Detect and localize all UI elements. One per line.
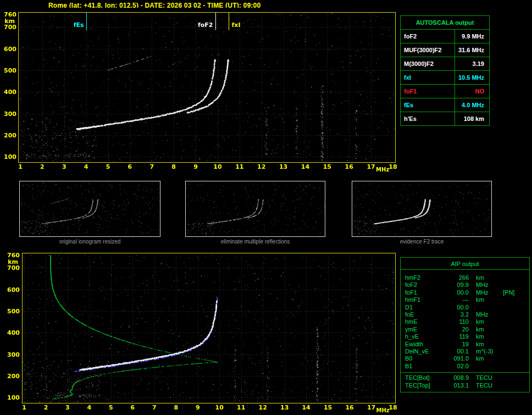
- param-unit: TECU: [469, 382, 501, 389]
- param-value: 10.5 MHz: [455, 71, 490, 85]
- table-row: hmF2 266 km: [401, 274, 529, 281]
- param-value: 110: [445, 318, 469, 325]
- param-value: 20: [445, 326, 469, 333]
- param-unit: m^(-3): [469, 348, 501, 355]
- param-value: 108 km: [455, 112, 490, 126]
- table-row: hmE 110 km: [401, 318, 529, 325]
- table-row: B1 02.0: [401, 363, 529, 370]
- divider: [401, 372, 529, 373]
- param-unit: km: [469, 318, 501, 325]
- table-row: foF2 9.9 MHz: [401, 30, 490, 43]
- table-row: Ewidth 19 km: [401, 341, 529, 348]
- thumbnail-original-ionogram: [19, 181, 160, 237]
- param-value: 4.0 MHz: [455, 98, 490, 112]
- param-extra: [501, 281, 529, 289]
- param-label: foF2: [405, 281, 445, 289]
- param-label: B1: [405, 363, 445, 370]
- table-header-row: AUTOSCALA output: [401, 16, 490, 30]
- param-value: 19: [445, 341, 469, 348]
- table-row-tec-top: TEC[Top] 013.1 TECU: [401, 382, 529, 389]
- param-label: hmE: [405, 318, 445, 325]
- param-extra: [501, 355, 529, 362]
- thumbnail-canvas-f2-trace: [352, 181, 491, 236]
- param-label: h_vE: [405, 333, 445, 340]
- param-extra: [501, 326, 529, 333]
- param-value: 3.2: [445, 311, 469, 318]
- autoscala-app-window: Rome (lat: +41.8, lon: 012.5) - DATE: 20…: [0, 0, 532, 415]
- param-value: 008.9: [445, 374, 469, 381]
- param-label: D1: [405, 304, 445, 311]
- param-value: ---: [445, 296, 469, 303]
- param-extra: [PN]: [501, 289, 529, 296]
- thumbnail-canvas-original: [20, 181, 160, 236]
- thumbnail-caption-f2-trace: evidence F2 trace: [352, 239, 492, 245]
- param-extra: [501, 274, 529, 281]
- param-extra: [501, 318, 529, 325]
- param-unit: [469, 304, 501, 311]
- param-label: fxI: [401, 71, 455, 85]
- table-row: fxI 10.5 MHz: [401, 71, 490, 85]
- param-unit: km: [469, 296, 501, 303]
- param-unit: km: [469, 333, 501, 340]
- param-unit: MHz: [469, 311, 501, 318]
- param-value: 09.9: [445, 281, 469, 289]
- aip-output-table: AIP output hmF2 266 km foF2 09.9 MHz foF…: [400, 257, 530, 392]
- param-value: 31.6 MHz: [455, 43, 490, 57]
- param-extra: [501, 341, 529, 348]
- param-label: foF1: [405, 289, 445, 296]
- param-label: fEs: [401, 98, 455, 112]
- param-unit: km: [469, 341, 501, 348]
- param-value: 091.0: [445, 355, 469, 362]
- table-row: fEs 4.0 MHz: [401, 98, 490, 112]
- table-row: foF1 NO: [401, 85, 490, 98]
- param-label: foE: [405, 311, 445, 318]
- table-row: M(3000)F2 3.19: [401, 57, 490, 71]
- table-row: foF1 00.0 MHz [PN]: [401, 289, 529, 296]
- param-extra: [501, 311, 529, 318]
- aip-table-title: AIP output: [401, 258, 529, 270]
- param-value: 3.19: [455, 57, 490, 71]
- param-label: DelN_vE: [405, 348, 445, 355]
- param-label: foF1: [401, 85, 455, 98]
- param-unit: TECU: [469, 374, 501, 381]
- autoscala-output-table: AUTOSCALA output foF2 9.9 MHz MUF(3000)F…: [400, 15, 490, 126]
- param-value: 00.0: [445, 304, 469, 311]
- param-value: 9.9 MHz: [455, 30, 490, 43]
- param-extra: [501, 348, 529, 355]
- ionogram-plot-bottom: [0, 248, 400, 415]
- param-unit: km: [469, 355, 501, 362]
- param-value: 00.1: [445, 348, 469, 355]
- autoscala-table-title: AUTOSCALA output: [401, 16, 490, 30]
- param-label: foF2: [401, 30, 455, 43]
- param-label: hmF2: [405, 274, 445, 281]
- table-row: MUF(3000)F2 31.6 MHz: [401, 43, 490, 57]
- param-value: NO: [455, 85, 490, 98]
- param-unit: km: [469, 326, 501, 333]
- param-label: B0: [405, 355, 445, 362]
- param-extra: [501, 304, 529, 311]
- param-label: MUF(3000)F2: [401, 43, 455, 57]
- param-label: Ewidth: [405, 341, 445, 348]
- thumbnail-multiple-reflections-removed: [185, 181, 325, 237]
- table-row: ymE 20 km: [401, 326, 529, 333]
- table-row: h_vE 119 km: [401, 333, 529, 340]
- param-unit: MHz: [469, 289, 501, 296]
- ionogram-plot-top: [0, 8, 400, 174]
- table-row: DelN_vE 00.1 m^(-3): [401, 348, 529, 355]
- param-label: hmF1: [405, 296, 445, 303]
- param-unit: [469, 363, 501, 370]
- table-row: h'Es 108 km: [401, 112, 490, 126]
- param-extra: [501, 333, 529, 340]
- param-value: 00.0: [445, 289, 469, 296]
- param-label: TEC[Top]: [405, 382, 445, 389]
- param-label: TEC[Bot]: [405, 374, 445, 381]
- thumbnail-caption-original: original ionogram resized: [19, 239, 160, 245]
- param-value: 013.1: [445, 382, 469, 389]
- thumbnail-canvas-cleaned: [186, 181, 325, 236]
- param-extra: [501, 296, 529, 303]
- table-row: D1 00.0: [401, 304, 529, 311]
- param-label: h'Es: [401, 112, 455, 126]
- thumbnail-caption-cleaned: eliminate multiple reflections: [185, 239, 325, 245]
- param-value: 119: [445, 333, 469, 340]
- table-row: B0 091.0 km: [401, 355, 529, 362]
